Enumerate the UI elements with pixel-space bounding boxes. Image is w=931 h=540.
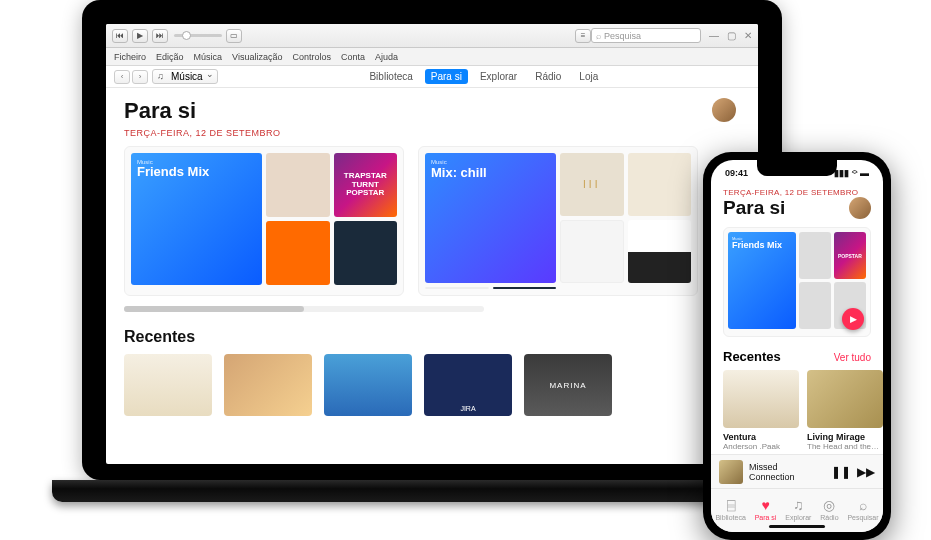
apple-music-badge: Music — [137, 159, 153, 165]
battery-icon: ▬ — [860, 168, 869, 178]
album-art-tile — [799, 232, 831, 279]
now-playing-title: Missed Connection — [749, 462, 825, 482]
phone-date-label: TERÇA-FEIRA, 12 DE SETEMBRO — [723, 188, 871, 197]
recent-album[interactable]: JIRA — [424, 354, 512, 416]
laptop-hinge — [52, 480, 812, 502]
album-art-tile — [628, 153, 692, 216]
album-art-tile — [493, 287, 557, 289]
skip-button[interactable]: ▶▶ — [857, 465, 875, 479]
album-artist: Anderson .Paak — [723, 442, 799, 451]
menubar: Ficheiro Edição Música Visualização Cont… — [106, 48, 758, 66]
recent-album[interactable] — [124, 354, 212, 416]
minimize-button[interactable]: — — [709, 30, 719, 41]
forward-button[interactable]: › — [132, 70, 148, 84]
next-button[interactable]: ⏭ — [152, 29, 168, 43]
tab-biblioteca-phone[interactable]: ⌸Biblioteca — [715, 497, 745, 521]
recent-album[interactable]: MARINA — [524, 354, 612, 416]
popstar-tile: TRAPSTAR TURNT POPSTAR — [334, 153, 398, 217]
recent-albums-strip[interactable]: JIRA MARINA — [124, 354, 740, 416]
media-type-dropdown[interactable]: Música — [152, 69, 218, 84]
recents-heading: Recentes — [124, 328, 740, 346]
phone-friends-mix-hero: Music Friends Mix — [728, 232, 796, 329]
tab-radio-phone[interactable]: ◎Rádio — [820, 497, 838, 521]
phone-recents-header: Recentes Ver tudo — [723, 349, 871, 364]
menu-controlos[interactable]: Controlos — [292, 52, 331, 62]
recent-album[interactable] — [224, 354, 312, 416]
phone-friends-mix-card[interactable]: Music Friends Mix POPSTAR ▶ — [723, 227, 871, 337]
tab-explorar-phone[interactable]: ♫Explorar — [785, 497, 811, 521]
menu-musica[interactable]: Música — [194, 52, 223, 62]
chill-mix-hero: Music Mix: chill — [425, 153, 556, 283]
album-art-tile — [799, 282, 831, 329]
now-playing-bar[interactable]: Missed Connection ❚❚ ▶▶ — [711, 454, 883, 488]
music-icon: ♫ — [793, 497, 804, 513]
phone-recent-album[interactable]: Ventura Anderson .Paak — [723, 370, 799, 451]
history-nav: ‹ › — [114, 70, 148, 84]
phone-header: Para si — [723, 197, 871, 219]
phone-account-avatar[interactable] — [849, 197, 871, 219]
phone-album-row[interactable]: Ventura Anderson .Paak Living Mirage The… — [723, 370, 871, 451]
recent-album[interactable] — [324, 354, 412, 416]
album-title: Living Mirage — [807, 432, 883, 442]
status-icons: ▮▮▮ ⌔ ▬ — [834, 168, 869, 178]
menu-ajuda[interactable]: Ajuda — [375, 52, 398, 62]
popstar-tile: POPSTAR — [834, 232, 866, 279]
apple-music-badge: Music — [732, 236, 742, 241]
album-cover — [723, 370, 799, 428]
wifi-icon: ⌔ — [852, 168, 857, 178]
friends-mix-title: Friends Mix — [137, 165, 209, 179]
back-button[interactable]: ‹ — [114, 70, 130, 84]
close-button[interactable]: ✕ — [744, 30, 752, 41]
volume-slider[interactable] — [174, 34, 222, 37]
album-art-tile — [266, 221, 330, 285]
horizontal-scrollbar[interactable] — [124, 306, 484, 312]
tab-para-si-phone[interactable]: ♥Para si — [755, 497, 777, 521]
see-all-link[interactable]: Ver tudo — [834, 352, 871, 363]
account-avatar[interactable] — [712, 98, 736, 122]
phone-content: TERÇA-FEIRA, 12 DE SETEMBRO Para si Musi… — [711, 186, 883, 454]
menu-ficheiro[interactable]: Ficheiro — [114, 52, 146, 62]
album-art-tile — [266, 153, 330, 217]
home-indicator[interactable] — [769, 525, 825, 528]
search-icon: ⌕ — [859, 497, 867, 513]
media-type-label: Música — [171, 71, 203, 82]
tab-loja[interactable]: Loja — [573, 69, 604, 84]
chill-mix-card[interactable]: Music Mix: chill III — [418, 146, 698, 296]
friends-mix-card[interactable]: Music Friends Mix TRAPSTAR TURNT POPSTAR — [124, 146, 404, 296]
music-app-screen: 09:41 ▮▮▮ ⌔ ▬ TERÇA-FEIRA, 12 DE SETEMBR… — [711, 160, 883, 532]
search-input[interactable]: ⌕ Pesquisa — [591, 28, 701, 43]
pause-button[interactable]: ❚❚ — [831, 465, 851, 479]
menu-edicao[interactable]: Edição — [156, 52, 184, 62]
chill-mix-title: Mix: chill — [431, 165, 487, 180]
play-fab-button[interactable]: ▶ — [842, 308, 864, 330]
album-cover — [807, 370, 883, 428]
mix-card-row: Music Friends Mix TRAPSTAR TURNT POPSTAR — [124, 146, 740, 296]
now-playing-art — [719, 460, 743, 484]
album-art-tile — [560, 220, 624, 283]
airplay-button[interactable]: ▭ — [226, 29, 242, 43]
previous-button[interactable]: ⏮ — [112, 29, 128, 43]
tab-biblioteca[interactable]: Biblioteca — [363, 69, 418, 84]
phone-recent-album[interactable]: Living Mirage The Head and the… — [807, 370, 883, 451]
phone-friends-mix-title: Friends Mix — [732, 241, 782, 251]
maximize-button[interactable]: ▢ — [727, 30, 736, 41]
phone-page-title: Para si — [723, 197, 785, 219]
recents-section: Recentes JIRA MARINA — [124, 328, 740, 416]
tab-radio[interactable]: Rádio — [529, 69, 567, 84]
tab-pesquisar-phone[interactable]: ⌕Pesquisar — [847, 497, 878, 521]
search-placeholder: Pesquisa — [604, 31, 641, 41]
menu-conta[interactable]: Conta — [341, 52, 365, 62]
status-time: 09:41 — [725, 168, 748, 178]
library-icon: ⌸ — [727, 497, 735, 513]
tab-explorar[interactable]: Explorar — [474, 69, 523, 84]
list-view-button[interactable]: ≡ — [575, 29, 591, 43]
play-button[interactable]: ▶ — [132, 29, 148, 43]
select-bar: ‹ › Música Biblioteca Para si Explorar R… — [106, 66, 758, 88]
itunes-window: ⏮ ▶ ⏭ ▭ ≡ ⌕ Pesquisa — ▢ ✕ — [106, 24, 758, 464]
iii-tile: III — [560, 153, 624, 216]
friends-mix-hero: Music Friends Mix — [131, 153, 262, 285]
album-art-tile — [628, 220, 692, 283]
tab-para-si[interactable]: Para si — [425, 69, 468, 84]
menu-visualizacao[interactable]: Visualização — [232, 52, 282, 62]
album-art-tile — [425, 287, 489, 289]
